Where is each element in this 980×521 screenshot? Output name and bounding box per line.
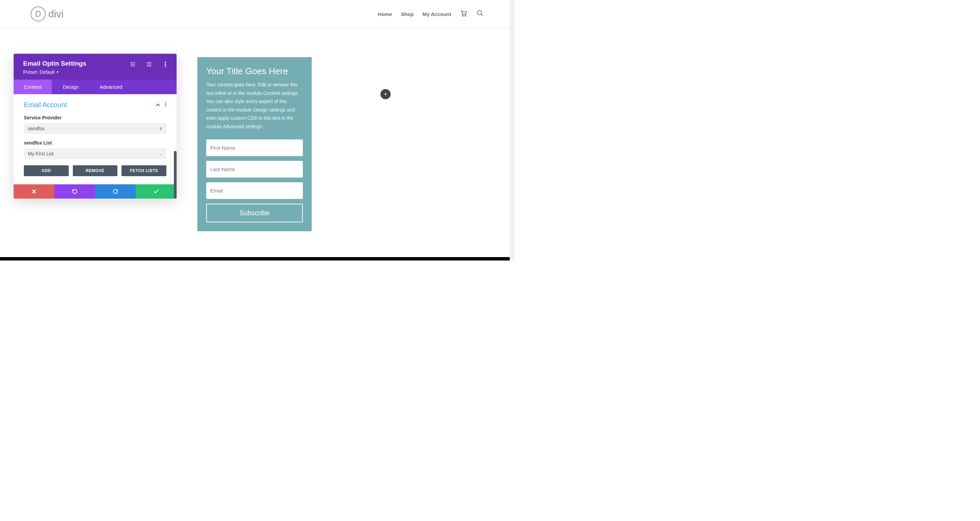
settings-panel: Email Optin Settings Preset: Default ▼	[14, 54, 177, 199]
plus-icon: +	[384, 91, 388, 98]
tab-content[interactable]: Content	[14, 79, 52, 94]
window-scrollbar-track	[510, 0, 514, 260]
svg-point-12	[165, 104, 166, 105]
site-header: D divi Home Shop My Account	[0, 0, 514, 28]
svg-point-5	[132, 64, 133, 65]
panel-scrollbar[interactable]	[174, 151, 177, 199]
cart-icon[interactable]	[460, 10, 468, 18]
tab-advanced[interactable]: Advanced	[90, 79, 132, 94]
select-arrows-icon: ▲▼	[159, 127, 162, 130]
provider-label: Service Provider	[24, 115, 166, 121]
svg-point-8	[165, 62, 166, 63]
optin-module: Your Title Goes Here Your content goes h…	[197, 57, 312, 231]
main-nav: Home Shop My Account	[378, 10, 484, 18]
optin-description[interactable]: Your content goes here. Edit or remove t…	[206, 81, 303, 130]
provider-value: sendfox	[28, 126, 45, 131]
panel-header: Email Optin Settings Preset: Default ▼	[14, 54, 177, 79]
add-module-button[interactable]: +	[380, 89, 391, 99]
section-head: Email Account	[14, 94, 177, 113]
undo-button[interactable]	[54, 184, 95, 199]
nav-home[interactable]: Home	[378, 11, 392, 17]
panel-tabs: Content Design Advanced	[14, 79, 177, 94]
svg-point-10	[165, 66, 166, 67]
svg-point-13	[165, 105, 166, 107]
tab-design[interactable]: Design	[52, 79, 90, 94]
cancel-button[interactable]	[14, 184, 54, 199]
list-label: sendfox List	[24, 140, 166, 146]
more-icon[interactable]	[162, 61, 169, 67]
preset-value: Default	[40, 69, 54, 75]
add-button[interactable]: ADD	[24, 165, 69, 176]
site-logo[interactable]: D divi	[30, 6, 64, 21]
search-icon[interactable]	[476, 10, 484, 18]
optin-title[interactable]: Your Title Goes Here	[206, 66, 303, 76]
svg-point-0	[463, 15, 463, 16]
preset-selector[interactable]: Preset: Default ▼	[23, 69, 167, 75]
chevron-down-icon: ▼	[56, 70, 59, 74]
subscribe-button[interactable]: Subscribe	[206, 204, 303, 222]
svg-point-11	[165, 102, 166, 103]
section-more-icon[interactable]	[165, 102, 166, 108]
list-select[interactable]: My First List ⌄	[24, 148, 166, 159]
chevron-down-icon: ⌄	[159, 152, 162, 156]
email-input[interactable]	[206, 182, 303, 199]
remove-button[interactable]: REMOVE	[73, 165, 118, 176]
svg-line-3	[481, 14, 483, 16]
save-button[interactable]	[136, 184, 177, 199]
preset-label: Preset:	[23, 69, 38, 75]
panel-footer	[14, 184, 177, 199]
redo-button[interactable]	[95, 184, 136, 199]
svg-point-1	[465, 15, 466, 16]
section-title: Email Account	[24, 101, 67, 109]
collapse-icon[interactable]	[156, 102, 160, 108]
snap-icon[interactable]	[146, 61, 152, 67]
first-name-input[interactable]	[206, 140, 303, 156]
provider-select[interactable]: sendfox ▲▼	[24, 123, 166, 134]
nav-shop[interactable]: Shop	[401, 11, 414, 17]
svg-point-9	[165, 64, 166, 65]
logo-text: divi	[48, 8, 64, 20]
last-name-input[interactable]	[206, 161, 303, 178]
fetch-lists-button[interactable]: FETCH LISTS	[121, 165, 166, 176]
panel-body: Email Account Service Provider sendfox	[14, 94, 177, 184]
expand-icon[interactable]	[130, 61, 136, 67]
list-value: My First List	[28, 151, 53, 156]
logo-icon: D	[30, 6, 46, 21]
nav-account[interactable]: My Account	[423, 11, 451, 17]
svg-point-2	[477, 11, 482, 15]
bottom-bar	[0, 257, 510, 260]
